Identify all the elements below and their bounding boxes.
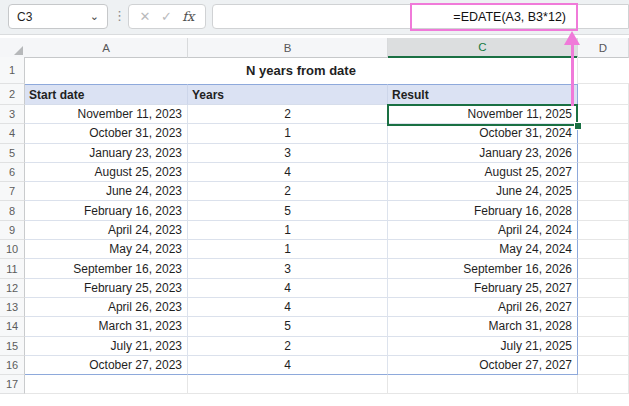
cell[interactable]	[578, 337, 629, 356]
row-header[interactable]: 8	[0, 201, 25, 220]
cell-start-date[interactable]: January 23, 2023	[25, 144, 188, 163]
cell-years[interactable]: 2	[188, 105, 388, 124]
row-header[interactable]: 10	[0, 240, 25, 259]
cell-years[interactable]: 4	[188, 356, 388, 375]
column-header-a[interactable]: A	[25, 38, 188, 58]
cell-years[interactable]: 1	[188, 124, 388, 143]
cell-result[interactable]: October 27, 2027	[388, 356, 578, 375]
cell[interactable]	[578, 57, 629, 84]
cell-start-date[interactable]: February 16, 2023	[25, 201, 188, 220]
cell-start-date[interactable]: July 21, 2023	[25, 337, 188, 356]
header-cell-result[interactable]: Result	[388, 84, 578, 105]
cell-result[interactable]: October 31, 2024	[388, 124, 578, 143]
cell-start-date[interactable]: June 24, 2023	[25, 182, 188, 201]
cell-start-date[interactable]: April 24, 2023	[25, 221, 188, 240]
cell-result[interactable]: May 24, 2024	[388, 240, 578, 259]
cell-years[interactable]: 5	[188, 317, 388, 336]
cell-years[interactable]: 5	[188, 201, 388, 220]
cell-years[interactable]: 4	[188, 163, 388, 182]
row-header[interactable]: 14	[0, 317, 25, 336]
cell-result[interactable]: February 25, 2027	[388, 279, 578, 298]
enter-icon[interactable]: ✓	[161, 10, 172, 23]
row-header[interactable]: 15	[0, 337, 25, 356]
fill-handle[interactable]	[574, 122, 582, 130]
cell[interactable]	[578, 144, 629, 163]
cell[interactable]	[578, 124, 629, 143]
cell-start-date[interactable]: February 25, 2023	[25, 279, 188, 298]
row-header[interactable]: 13	[0, 298, 25, 317]
cell-result[interactable]: April 26, 2027	[388, 298, 578, 317]
select-all-button[interactable]	[0, 38, 26, 58]
row-header[interactable]: 16	[0, 356, 25, 375]
column-header-c[interactable]: C	[388, 38, 578, 58]
empty-row: 17	[0, 375, 629, 394]
table-row: 11 September 16, 2023 3 September 16, 20…	[0, 259, 629, 278]
cell[interactable]	[578, 201, 629, 220]
cell-years[interactable]: 1	[188, 240, 388, 259]
row-header[interactable]: 4	[0, 124, 25, 143]
cell[interactable]	[578, 375, 629, 394]
header-cell-start-date[interactable]: Start date	[25, 84, 188, 105]
cell[interactable]	[578, 163, 629, 182]
cell[interactable]	[578, 84, 629, 105]
name-box-value: C3	[17, 10, 32, 24]
cell[interactable]	[578, 279, 629, 298]
row-header[interactable]: 6	[0, 163, 25, 182]
cell-years[interactable]: 2	[188, 337, 388, 356]
cell[interactable]	[578, 356, 629, 375]
row-header[interactable]: 7	[0, 182, 25, 201]
cell-result[interactable]: June 24, 2025	[388, 182, 578, 201]
row-header[interactable]: 12	[0, 279, 25, 298]
cell[interactable]	[578, 240, 629, 259]
row-header[interactable]: 3	[0, 105, 25, 124]
cell-result[interactable]: September 16, 2026	[388, 259, 578, 278]
cell-start-date[interactable]: October 31, 2023	[25, 124, 188, 143]
header-cell-years[interactable]: Years	[188, 84, 388, 105]
cell-years[interactable]: 4	[188, 279, 388, 298]
name-box[interactable]: C3 ⌄	[8, 4, 108, 29]
cell-start-date[interactable]: March 31, 2023	[25, 317, 188, 336]
cell-result[interactable]: July 21, 2025	[388, 337, 578, 356]
table-row: 5 January 23, 2023 3 January 23, 2026	[0, 144, 629, 163]
row-header[interactable]: 5	[0, 144, 25, 163]
cell-start-date[interactable]: May 24, 2023	[25, 240, 188, 259]
cell-years[interactable]: 3	[188, 144, 388, 163]
cell-years[interactable]: 3	[188, 259, 388, 278]
cell-start-date[interactable]: August 25, 2023	[25, 163, 188, 182]
title-cell[interactable]: N years from date	[25, 57, 578, 84]
cell[interactable]	[578, 105, 629, 124]
formula-annotation-box: =EDATE(A3, B3*12)	[410, 3, 578, 31]
cell[interactable]	[388, 375, 578, 394]
cell-years[interactable]: 4	[188, 298, 388, 317]
insert-function-icon[interactable]: fx	[182, 10, 194, 23]
cell-result[interactable]: August 25, 2027	[388, 163, 578, 182]
row-header[interactable]: 17	[0, 375, 25, 394]
cell-result[interactable]: April 24, 2024	[388, 221, 578, 240]
cell-result[interactable]: February 16, 2028	[388, 201, 578, 220]
row-header[interactable]: 1	[0, 57, 25, 84]
cancel-icon[interactable]: ✕	[140, 10, 151, 23]
cell[interactable]	[578, 298, 629, 317]
row-header[interactable]: 2	[0, 84, 25, 105]
cell[interactable]	[578, 259, 629, 278]
cell-result[interactable]: November 11, 2025	[388, 105, 578, 124]
cell-years[interactable]: 2	[188, 182, 388, 201]
cell-start-date[interactable]: September 16, 2023	[25, 259, 188, 278]
row-header[interactable]: 11	[0, 259, 25, 278]
cell-start-date[interactable]: October 27, 2023	[25, 356, 188, 375]
column-header-d[interactable]: D	[578, 38, 629, 58]
cell-years[interactable]: 1	[188, 221, 388, 240]
sheet-grid: 1 N years from date 2 Start date Years R…	[0, 57, 629, 394]
cell[interactable]	[578, 317, 629, 336]
cell[interactable]	[188, 375, 388, 394]
chevron-down-icon[interactable]: ⌄	[90, 11, 99, 22]
cell[interactable]	[578, 221, 629, 240]
row-header[interactable]: 9	[0, 221, 25, 240]
cell[interactable]	[578, 182, 629, 201]
column-header-b[interactable]: B	[188, 38, 388, 58]
cell-start-date[interactable]: April 26, 2023	[25, 298, 188, 317]
cell-start-date[interactable]: November 11, 2023	[25, 105, 188, 124]
cell-result[interactable]: March 31, 2028	[388, 317, 578, 336]
cell-result[interactable]: January 23, 2026	[388, 144, 578, 163]
cell[interactable]	[25, 375, 188, 394]
